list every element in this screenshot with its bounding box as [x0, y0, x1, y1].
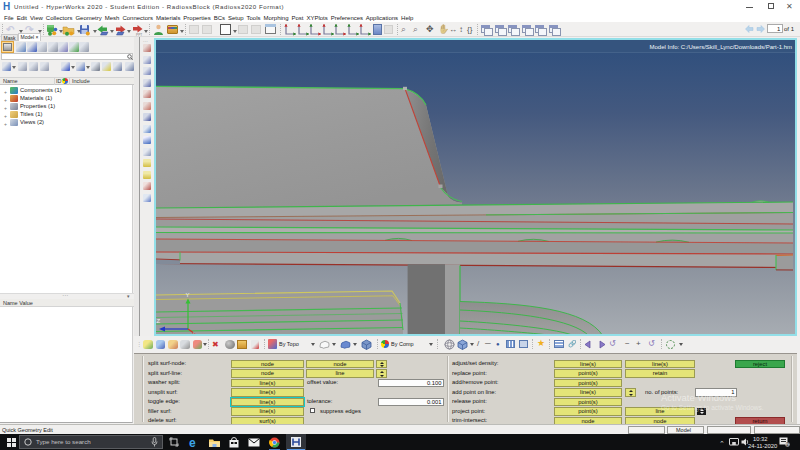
svg-text:Z: Z	[157, 318, 161, 324]
svg-text:Y: Y	[186, 292, 190, 298]
svg-text:PPT: PPT	[136, 33, 142, 37]
svg-text:Model Info: C:/Users/Skill_Lyn: Model Info: C:/Users/Skill_Lync/Download…	[650, 44, 793, 50]
svg-text:X: X	[192, 332, 196, 334]
